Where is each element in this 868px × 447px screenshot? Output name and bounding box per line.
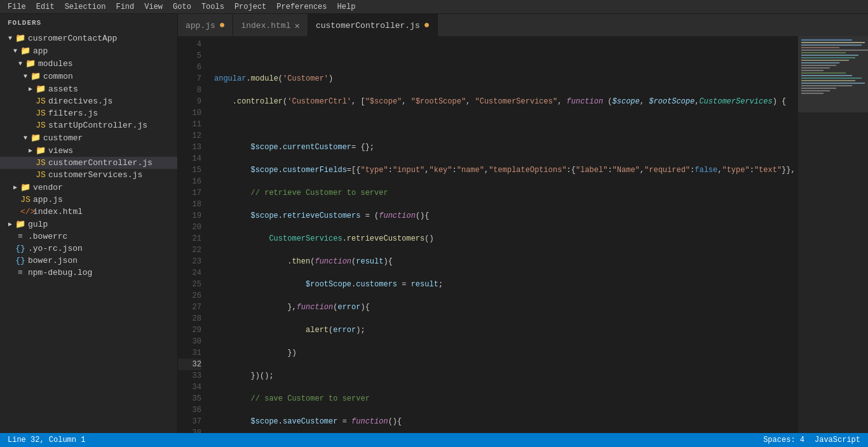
code-line: angular.module('Customer') bbox=[214, 73, 798, 84]
sidebar-item-modules[interactable]: ▼ 📁 modules bbox=[0, 57, 177, 70]
expand-arrow: ▶ bbox=[10, 183, 20, 191]
sidebar-item-bowerjson[interactable]: {} bower.json bbox=[0, 255, 177, 267]
sidebar-item-gulp[interactable]: ▶ 📁 gulp bbox=[0, 218, 177, 230]
sidebar: FOLDERS ▼ 📁 cusromerContactApp ▼ 📁 app ▼… bbox=[0, 14, 178, 433]
folder-label: modules bbox=[38, 59, 73, 69]
code-line bbox=[214, 119, 798, 130]
tab-label: index.html bbox=[241, 21, 290, 30]
code-line: CustomerServices.retrieveCustomers() bbox=[214, 233, 798, 244]
expand-arrow: ▶ bbox=[25, 85, 36, 93]
code-line: $rootScope.customers = result; bbox=[214, 279, 798, 290]
sidebar-header: FOLDERS bbox=[0, 14, 177, 32]
minimap-svg bbox=[798, 36, 868, 433]
spacer bbox=[5, 269, 15, 276]
tab-customercontroller[interactable]: customerController.js ● bbox=[308, 14, 438, 36]
tab-appjs[interactable]: app.js ● bbox=[178, 14, 233, 36]
spacer bbox=[25, 122, 36, 129]
sidebar-item-npmdebug[interactable]: ≡ npm-debug.log bbox=[0, 267, 177, 279]
sidebar-item-filters[interactable]: JS filters.js bbox=[0, 107, 177, 119]
menu-file[interactable]: File bbox=[3, 1, 31, 13]
menu-view[interactable]: View bbox=[139, 1, 168, 13]
status-left: Line 32, Column 1 bbox=[8, 436, 85, 444]
sidebar-item-indexhtml[interactable]: </> index.html bbox=[0, 206, 177, 218]
menu-goto[interactable]: Goto bbox=[168, 1, 196, 13]
editor-area: app.js ● index.html ✕ customerController… bbox=[178, 14, 868, 433]
file-js-icon: JS bbox=[20, 195, 31, 204]
tab-indexhtml[interactable]: index.html ✕ bbox=[233, 14, 308, 36]
expand-arrow: ▶ bbox=[25, 147, 36, 154]
menu-project[interactable]: Project bbox=[229, 1, 271, 13]
code-line bbox=[214, 50, 798, 62]
folder-icon: 📁 bbox=[31, 71, 41, 81]
file-label: customerServices.js bbox=[48, 170, 142, 180]
spacer bbox=[5, 233, 15, 240]
menu-preferences[interactable]: Preferences bbox=[271, 1, 332, 13]
code-content[interactable]: angular.module('Customer') .controller('… bbox=[207, 36, 798, 433]
file-html-icon: </> bbox=[20, 207, 31, 217]
status-position: Line 32, Column 1 bbox=[8, 436, 85, 444]
sidebar-item-vendor[interactable]: ▶ 📁 vendor bbox=[0, 181, 177, 194]
spacer bbox=[10, 208, 20, 215]
menu-tools[interactable]: Tools bbox=[196, 1, 229, 13]
file-label: app.js bbox=[33, 195, 63, 204]
sidebar-item-directives[interactable]: JS directives.js bbox=[0, 95, 177, 107]
close-icon[interactable]: ✕ bbox=[294, 20, 299, 31]
file-label: filters.js bbox=[48, 109, 98, 118]
sidebar-item-customer[interactable]: ▼ 📁 customer bbox=[0, 131, 177, 144]
file-js-icon: JS bbox=[36, 158, 46, 168]
expand-arrow: ▼ bbox=[5, 35, 15, 42]
spacer bbox=[25, 171, 36, 178]
status-language: JavaScript bbox=[815, 436, 860, 444]
file-label: .yo-rc.json bbox=[28, 244, 83, 253]
sidebar-item-assets[interactable]: ▶ 📁 assets bbox=[0, 83, 177, 95]
menu-bar: File Edit Selection Find View Goto Tools… bbox=[0, 0, 868, 14]
code-line: },function(error){ bbox=[214, 302, 798, 313]
sidebar-item-bowerrc[interactable]: ≡ .bowerrc bbox=[0, 230, 177, 243]
code-line: // retrieve Customer to server bbox=[214, 187, 798, 199]
file-label: npm-debug.log bbox=[28, 268, 92, 277]
folder-icon: 📁 bbox=[36, 84, 46, 94]
code-line: $scope.currentCustomer= {}; bbox=[214, 142, 798, 153]
menu-selection[interactable]: Selection bbox=[60, 1, 111, 13]
code-line: $scope.saveCustomer = function(){ bbox=[214, 416, 798, 427]
tabs-bar: app.js ● index.html ✕ customerController… bbox=[178, 14, 868, 36]
code-line: .controller('CustomerCtrl', ["$scope", "… bbox=[214, 96, 798, 107]
expand-arrow: ▼ bbox=[20, 73, 31, 80]
sidebar-item-startUpController[interactable]: JS startUpController.js bbox=[0, 119, 177, 131]
tab-label: customerController.js bbox=[316, 21, 420, 30]
sidebar-item-common[interactable]: ▼ 📁 common bbox=[0, 70, 177, 83]
file-json-icon: {} bbox=[15, 244, 25, 253]
spacer bbox=[10, 196, 20, 203]
folder-label: customer bbox=[43, 133, 83, 143]
folder-icon: 📁 bbox=[36, 145, 46, 156]
code-line: // save Customer to server bbox=[214, 393, 798, 404]
code-line: $scope.customerFields=[{"type":"input","… bbox=[214, 164, 798, 176]
sidebar-item-app[interactable]: ▼ 📁 app bbox=[0, 44, 177, 57]
file-txt-icon: ≡ bbox=[15, 232, 25, 241]
expand-arrow: ▼ bbox=[10, 48, 20, 55]
folder-icon: 📁 bbox=[31, 133, 41, 143]
tab-label: app.js bbox=[186, 21, 215, 30]
code-line: }) bbox=[214, 347, 798, 359]
sidebar-item-views[interactable]: ▶ 📁 views bbox=[0, 144, 177, 157]
folder-icon: 📁 bbox=[20, 46, 31, 56]
menu-find[interactable]: Find bbox=[111, 1, 139, 13]
sidebar-item-appjs[interactable]: JS app.js bbox=[0, 194, 177, 206]
code-line: .then(function(result){ bbox=[214, 256, 798, 267]
folder-label: common bbox=[43, 72, 73, 81]
file-js-icon: JS bbox=[36, 97, 46, 106]
menu-edit[interactable]: Edit bbox=[31, 1, 60, 13]
sidebar-item-yorcjson[interactable]: {} .yo-rc.json bbox=[0, 243, 177, 255]
status-bar: Line 32, Column 1 Spaces: 4 JavaScript bbox=[0, 433, 868, 447]
sidebar-item-customerServices[interactable]: JS customerServices.js bbox=[0, 169, 177, 181]
spacer bbox=[25, 110, 36, 117]
expand-arrow: ▶ bbox=[5, 220, 15, 228]
sidebar-item-customerController[interactable]: JS customerController.js bbox=[0, 157, 177, 169]
sidebar-item-cusromerContactApp[interactable]: ▼ 📁 cusromerContactApp bbox=[0, 32, 177, 44]
code-line: })(); bbox=[214, 370, 798, 382]
modified-dot: ● bbox=[424, 20, 430, 30]
folder-icon: 📁 bbox=[25, 58, 36, 69]
folder-label: app bbox=[33, 46, 48, 56]
folder-label: assets bbox=[48, 84, 78, 94]
menu-help[interactable]: Help bbox=[332, 1, 361, 13]
